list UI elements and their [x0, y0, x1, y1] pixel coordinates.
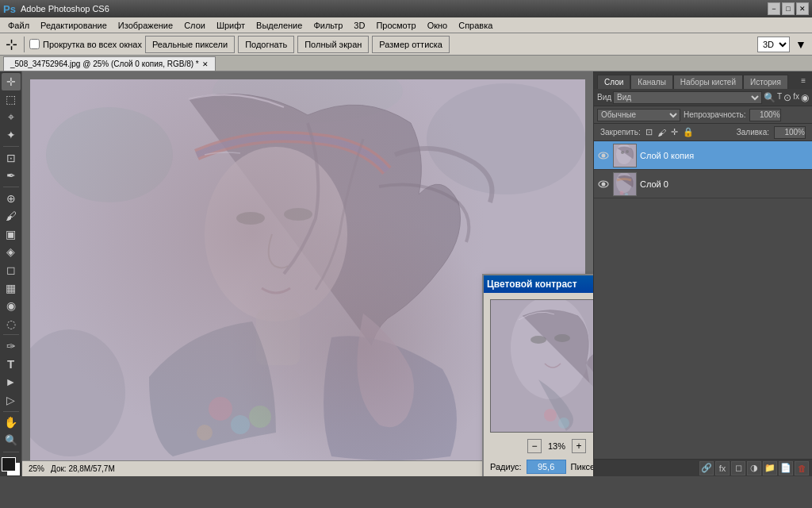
clone-tool[interactable]: ▣ [2, 225, 21, 243]
menu-view[interactable]: Просмотр [371, 19, 420, 32]
menu-type[interactable]: Шрифт [212, 19, 250, 32]
menu-3d[interactable]: 3D [349, 19, 370, 32]
menu-image[interactable]: Изображение [113, 19, 178, 32]
svg-point-17 [554, 334, 570, 342]
menu-layers[interactable]: Слои [179, 19, 210, 32]
lasso-tool[interactable]: ⌖ [2, 109, 21, 126]
lock-position-icon[interactable]: ✛ [671, 127, 678, 137]
title-bar-controls[interactable]: − □ ✕ [768, 2, 809, 15]
eyedropper-tool[interactable]: ✒ [2, 167, 21, 185]
tab-layers[interactable]: Слои [597, 75, 630, 89]
lock-all-icon[interactable]: 🔒 [683, 127, 694, 137]
layer-list: Слой 0 копия [594, 141, 812, 459]
menu-select[interactable]: Выделение [251, 19, 307, 32]
search-icon[interactable]: 🔍 [764, 92, 776, 103]
tool-sep-4 [3, 411, 19, 412]
tab-brushes[interactable]: Наборы кистей [673, 75, 743, 89]
menu-help[interactable]: Справка [454, 19, 497, 32]
zoom-tool[interactable]: 🔍 [2, 432, 21, 449]
menu-file[interactable]: Файл [3, 19, 34, 32]
zoom-out-button[interactable]: − [527, 439, 542, 453]
panel-collapse-icon[interactable]: ≡ [798, 76, 809, 85]
radius-input[interactable] [527, 460, 566, 474]
dialog-title-bar[interactable]: Цветовой контраст ✕ [484, 275, 593, 293]
dialog-body: − 13% + Радиус: Пикселы [484, 293, 593, 476]
svg-point-19 [558, 418, 569, 429]
color-swatches[interactable] [2, 457, 21, 475]
toolbox: ✛ ⬚ ⌖ ✦ ⊡ ✒ ⊕ 🖌 ▣ ◈ ◻ ▦ ◉ ◌ ✑ T ► ▷ ✋ 🔍 [0, 71, 22, 476]
scroll-all-checkbox[interactable] [29, 39, 40, 49]
add-layer-icon[interactable]: 📄 [779, 461, 793, 475]
svg-point-24 [621, 151, 624, 154]
print-size-button[interactable]: Размер оттиска [372, 36, 450, 53]
blend-mode-select[interactable]: Обычные [597, 109, 680, 121]
maximize-button[interactable]: □ [782, 2, 795, 15]
brush-tool[interactable]: 🖌 [2, 208, 21, 225]
panel-tabs: Слои Каналы Наборы кистей История ≡ [594, 71, 812, 89]
shape-tool[interactable]: ▷ [2, 391, 21, 409]
panel-bottom: 🔗 fx ◻ ◑ 📁 📄 🗑 [594, 459, 812, 476]
tab-channels[interactable]: Каналы [630, 75, 673, 89]
minimize-button[interactable]: − [768, 2, 780, 15]
opacity-input[interactable] [749, 109, 781, 121]
menu-window[interactable]: Окно [423, 19, 453, 32]
hand-tool[interactable]: ✋ [2, 414, 21, 431]
eye-icon-copy [598, 152, 609, 160]
crop-tool[interactable]: ⊡ [2, 149, 21, 167]
toolbar-sep-1 [24, 37, 25, 52]
menu-filter[interactable]: Фильтр [308, 19, 347, 32]
filter-fx-icon[interactable]: fx [793, 92, 799, 103]
magic-wand-tool[interactable]: ✦ [2, 127, 21, 144]
doc-tab-active[interactable]: _508_34752964.jpg @ 25% (Слой 0 копия, R… [3, 56, 216, 71]
dialog-title-text: Цветовой контраст [487, 279, 577, 290]
doc-tab-close-icon[interactable]: ✕ [202, 60, 209, 68]
delete-layer-icon[interactable]: 🗑 [795, 461, 809, 475]
add-adjustment-icon[interactable]: ◑ [747, 461, 761, 475]
canvas-area: 25% Док: 28,8М/57,7М ◄ ► Цветовой контра… [22, 71, 593, 476]
move-tool[interactable]: ✛ [2, 73, 21, 90]
add-mask-icon[interactable]: ◻ [731, 461, 745, 475]
preview-svg [491, 300, 593, 433]
marquee-tool[interactable]: ⬚ [2, 91, 21, 109]
zoom-in-button[interactable]: + [572, 439, 586, 453]
layer-search-select[interactable]: Вид [613, 91, 762, 104]
layer-eye-copy[interactable] [597, 149, 610, 162]
eye-icon-base [598, 180, 609, 188]
fullscreen-button[interactable]: Полный экран [297, 36, 369, 53]
fill-input[interactable] [774, 126, 806, 139]
lock-pixels-icon[interactable]: ⊡ [645, 127, 653, 137]
fit-button[interactable]: Подогнать [238, 36, 294, 53]
tool-options-icon[interactable]: ⊹ [3, 37, 19, 52]
history-brush-tool[interactable]: ◈ [2, 244, 21, 261]
menu-edit[interactable]: Редактирование [36, 19, 112, 32]
filter-mask-icon[interactable]: ◉ [801, 92, 809, 103]
add-group-icon[interactable]: 📁 [763, 461, 777, 475]
type-tool[interactable]: T [2, 356, 21, 373]
filter-text-icon[interactable]: T [777, 92, 782, 103]
eraser-tool[interactable]: ◻ [2, 261, 21, 279]
layer-name-copy: Слой 0 копия [640, 151, 809, 160]
layer-item-base[interactable]: Слой 0 [594, 170, 812, 198]
foreground-color-swatch[interactable] [2, 457, 16, 471]
path-select-tool[interactable]: ► [2, 373, 21, 391]
layer-eye-base[interactable] [597, 178, 610, 190]
opacity-label: Непрозрачность: [684, 110, 746, 119]
layer-item-copy[interactable]: Слой 0 копия [594, 141, 812, 170]
tab-history[interactable]: История [743, 75, 788, 89]
real-pixels-button[interactable]: Реальные пиксели [145, 36, 235, 53]
3d-mode-select[interactable]: 3D [757, 37, 790, 52]
pen-tool[interactable]: ✑ [2, 337, 21, 355]
fill-label: Заливка: [737, 128, 769, 137]
link-layers-icon[interactable]: 🔗 [699, 461, 714, 475]
dodge-tool[interactable]: ◌ [2, 315, 21, 333]
lock-move-icon[interactable]: 🖌 [657, 128, 666, 137]
heal-tool[interactable]: ⊕ [2, 190, 21, 207]
toolbar-dropdown-icon[interactable]: ▼ [793, 37, 809, 52]
layer-name-base: Слой 0 [640, 179, 809, 189]
gradient-tool[interactable]: ▦ [2, 279, 21, 297]
add-style-icon[interactable]: fx [715, 461, 730, 475]
close-button[interactable]: ✕ [796, 2, 809, 15]
radius-label: Радиус: [490, 462, 522, 471]
filter-adjust-icon[interactable]: ⊙ [783, 92, 791, 103]
blur-tool[interactable]: ◉ [2, 297, 21, 314]
